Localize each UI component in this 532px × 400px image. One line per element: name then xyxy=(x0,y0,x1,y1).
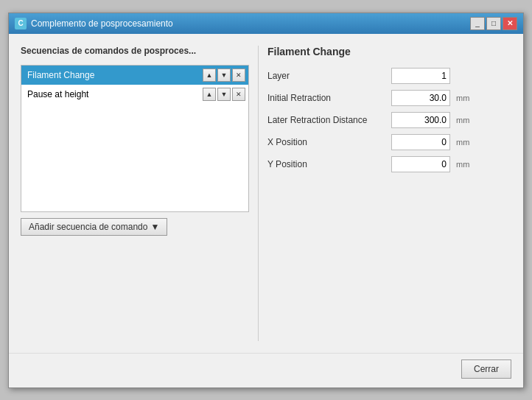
cerrar-button[interactable]: Cerrar xyxy=(461,359,511,379)
sequence-item-controls: ▲ ▼ ✕ xyxy=(203,69,245,82)
left-panel: Secuencias de comandos de posproces... F… xyxy=(21,46,249,341)
y-position-unit: mm xyxy=(456,160,475,169)
window-close-button[interactable]: ✕ xyxy=(503,17,517,30)
add-sequence-label: Añadir secuencia de comando xyxy=(29,222,147,232)
maximize-button[interactable]: □ xyxy=(486,17,501,30)
initial-retraction-unit: mm xyxy=(456,94,475,102)
app-icon: C xyxy=(15,18,27,29)
form-row-y-position: Y Position mm xyxy=(267,155,511,174)
layer-label: Layer xyxy=(267,71,385,81)
panel-divider xyxy=(258,46,259,341)
initial-retraction-input[interactable] xyxy=(391,90,450,106)
sequence-item-filament-change[interactable]: Filament Change ▲ ▼ ✕ xyxy=(21,66,248,85)
footer: Cerrar xyxy=(9,353,523,387)
later-retraction-label: Later Retraction Distance xyxy=(267,115,385,125)
sequence-item-label: Filament Change xyxy=(24,70,203,80)
window-content: Secuencias de comandos de posproces... F… xyxy=(9,34,523,353)
item-down-button[interactable]: ▼ xyxy=(217,69,231,82)
title-bar: C Complemento de posprocesamiento _ □ ✕ xyxy=(9,13,523,34)
sequence-item-pause-at-height[interactable]: Pause at height ▲ ▼ ✕ xyxy=(21,85,248,104)
layer-input[interactable] xyxy=(391,68,450,84)
item-up-button-2[interactable]: ▲ xyxy=(203,88,216,101)
add-sequence-dropdown-icon: ▼ xyxy=(150,222,159,232)
item-up-button[interactable]: ▲ xyxy=(203,69,216,82)
window-title: Complemento de posprocesamiento xyxy=(31,18,466,29)
x-position-input[interactable] xyxy=(391,134,450,150)
form-row-later-retraction: Later Retraction Distance mm xyxy=(267,110,511,130)
sequence-item-controls-2: ▲ ▼ ✕ xyxy=(203,88,245,101)
x-position-unit: mm xyxy=(456,138,475,147)
add-sequence-button[interactable]: Añadir secuencia de comando ▼ xyxy=(21,218,167,236)
sequence-list: Filament Change ▲ ▼ ✕ Pause at height ▲ … xyxy=(21,65,249,212)
right-panel: Filament Change Layer Initial Retraction… xyxy=(267,46,511,341)
minimize-button[interactable]: _ xyxy=(470,17,485,30)
item-remove-button-2[interactable]: ✕ xyxy=(232,88,245,101)
later-retraction-unit: mm xyxy=(456,116,475,124)
form-row-initial-retraction: Initial Retraction mm xyxy=(267,88,511,108)
y-position-label: Y Position xyxy=(267,159,385,169)
form-row-x-position: X Position mm xyxy=(267,133,511,152)
form-row-layer: Layer xyxy=(267,66,511,85)
item-down-button-2[interactable]: ▼ xyxy=(217,88,231,101)
later-retraction-input[interactable] xyxy=(391,112,450,128)
item-remove-button[interactable]: ✕ xyxy=(232,69,245,82)
right-panel-title: Filament Change xyxy=(267,46,511,57)
left-panel-title: Secuencias de comandos de posproces... xyxy=(21,46,249,56)
sequence-item-label: Pause at height xyxy=(24,89,203,99)
x-position-label: X Position xyxy=(267,137,385,147)
main-window: C Complemento de posprocesamiento _ □ ✕ … xyxy=(8,13,524,388)
window-controls: _ □ ✕ xyxy=(470,17,517,30)
initial-retraction-label: Initial Retraction xyxy=(267,93,385,103)
y-position-input[interactable] xyxy=(391,156,450,172)
